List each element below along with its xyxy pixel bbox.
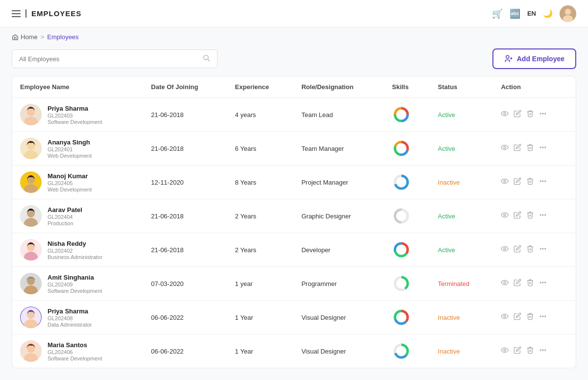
- employee-role-6: Visual Designer: [294, 301, 384, 334]
- employee-avatar-2: [20, 171, 42, 193]
- table-row: Aarav Patel GL202404 Production 21-06-20…: [12, 199, 576, 233]
- employee-doj-4: 21-06-2018: [143, 233, 227, 267]
- employee-exp-4: 2 Years: [227, 233, 294, 267]
- delete-icon-3[interactable]: [526, 211, 534, 221]
- delete-icon-6[interactable]: [526, 312, 534, 322]
- menu-button[interactable]: [12, 10, 21, 17]
- employee-id-3: GL202404: [48, 214, 82, 220]
- employee-id-7: GL202406: [48, 349, 102, 355]
- svg-point-36: [540, 181, 541, 182]
- svg-point-84: [504, 349, 506, 351]
- employee-doj-5: 07-03-2020: [143, 267, 227, 301]
- svg-point-55: [540, 248, 541, 249]
- table-row: Amit Singhania GL202409 Software Develop…: [12, 267, 576, 301]
- employee-role-5: Programmer: [294, 267, 384, 301]
- status-badge-1: Active: [438, 145, 455, 152]
- delete-icon-2[interactable]: [526, 177, 534, 187]
- cart-icon[interactable]: 🛒: [492, 8, 503, 19]
- employee-name-4: Nisha Reddy: [48, 240, 102, 247]
- action-icons-6: [501, 312, 568, 322]
- svg-point-75: [540, 316, 541, 317]
- employee-dept-3: Production: [48, 220, 82, 226]
- edit-icon-3[interactable]: [514, 211, 521, 221]
- dark-mode-icon[interactable]: 🌙: [543, 9, 553, 18]
- employee-role-7: Visual Designer: [294, 334, 384, 368]
- breadcrumb: Home > Employees: [0, 27, 588, 45]
- employees-table: Employee Name Date Of Joining Experience…: [12, 76, 576, 368]
- view-icon-1[interactable]: [501, 143, 509, 153]
- more-icon-4[interactable]: [539, 245, 547, 255]
- employee-cell-6: Priya Sharma GL202408 Data Administrator: [12, 301, 143, 334]
- translate-icon[interactable]: 🔤: [510, 8, 520, 19]
- delete-icon-0[interactable]: [526, 110, 534, 119]
- svg-point-18: [545, 113, 546, 114]
- delete-icon-1[interactable]: [526, 143, 534, 153]
- employee-action-5: [493, 267, 576, 301]
- add-employee-button[interactable]: Add Employee: [492, 48, 576, 69]
- view-icon-5[interactable]: [501, 279, 509, 288]
- delete-icon-5[interactable]: [526, 279, 534, 288]
- employee-details-0: Priya Sharma GL202403 Software Developme…: [48, 105, 102, 125]
- col-exp: Experience: [227, 76, 294, 98]
- view-icon-6[interactable]: [501, 312, 509, 322]
- edit-icon-6[interactable]: [514, 312, 521, 322]
- employee-name-2: Manoj Kumar: [48, 172, 92, 180]
- more-icon-5[interactable]: [539, 279, 547, 288]
- employee-avatar-1: [20, 138, 42, 159]
- delete-icon-4[interactable]: [526, 245, 534, 255]
- edit-icon-1[interactable]: [514, 143, 521, 153]
- action-icons-2: [501, 177, 568, 187]
- employee-role-4: Developer: [294, 233, 384, 267]
- edit-icon-7[interactable]: [514, 346, 521, 356]
- edit-icon-5[interactable]: [514, 279, 521, 288]
- app-title: EMPLOYEES: [25, 9, 81, 18]
- edit-icon-2[interactable]: [514, 177, 521, 187]
- svg-point-16: [540, 113, 541, 114]
- add-employee-label: Add Employee: [517, 55, 564, 63]
- employee-avatar-0: [20, 104, 42, 125]
- svg-point-26: [504, 146, 506, 148]
- user-avatar[interactable]: [560, 5, 576, 22]
- employee-info-3: Aarav Patel GL202404 Production: [20, 205, 135, 227]
- employee-info-6: Priya Sharma GL202408 Data Administrator: [20, 307, 135, 328]
- header-right: 🛒 🔤 EN 🌙: [492, 5, 576, 22]
- edit-icon-4[interactable]: [514, 245, 521, 255]
- col-status: Status: [430, 76, 493, 98]
- employee-dept-1: Web Development: [48, 153, 92, 159]
- table-row: Priya Sharma GL202408 Data Administrator…: [12, 301, 576, 334]
- view-icon-4[interactable]: [501, 245, 509, 255]
- more-icon-1[interactable]: [539, 143, 547, 153]
- more-icon-3[interactable]: [539, 211, 547, 221]
- more-icon-0[interactable]: [539, 110, 547, 119]
- employee-skills-5: [384, 267, 430, 301]
- svg-point-54: [504, 248, 506, 250]
- more-icon-2[interactable]: [539, 177, 547, 187]
- employee-role-0: Team Lead: [294, 98, 384, 132]
- employee-name-0: Priya Sharma: [48, 105, 102, 112]
- view-icon-7[interactable]: [501, 346, 509, 356]
- search-input[interactable]: [19, 55, 198, 63]
- employee-id-5: GL202409: [48, 282, 102, 287]
- employee-name-7: Maria Santos: [48, 341, 102, 349]
- employee-info-5: Amit Singhania GL202409 Software Develop…: [20, 273, 135, 294]
- view-icon-2[interactable]: [501, 177, 509, 187]
- home-link[interactable]: Home: [12, 33, 38, 41]
- svg-point-76: [542, 316, 543, 317]
- language-badge[interactable]: EN: [527, 10, 536, 17]
- employee-info-0: Priya Sharma GL202403 Software Developme…: [20, 104, 135, 125]
- employee-name-3: Aarav Patel: [48, 206, 82, 214]
- svg-point-17: [542, 113, 543, 114]
- view-icon-0[interactable]: [501, 110, 509, 119]
- employee-role-1: Team Manager: [294, 132, 384, 166]
- more-icon-7[interactable]: [539, 346, 547, 356]
- edit-icon-0[interactable]: [514, 110, 521, 119]
- more-icon-6[interactable]: [539, 312, 547, 322]
- delete-icon-7[interactable]: [526, 346, 534, 356]
- svg-point-87: [545, 350, 546, 351]
- view-icon-3[interactable]: [501, 211, 509, 221]
- employee-exp-0: 4 years: [227, 98, 294, 132]
- employee-details-3: Aarav Patel GL202404 Production: [48, 206, 82, 226]
- employee-skills-1: [384, 132, 430, 166]
- table-row: Priya Sharma GL202403 Software Developme…: [12, 98, 576, 132]
- svg-point-47: [545, 214, 546, 215]
